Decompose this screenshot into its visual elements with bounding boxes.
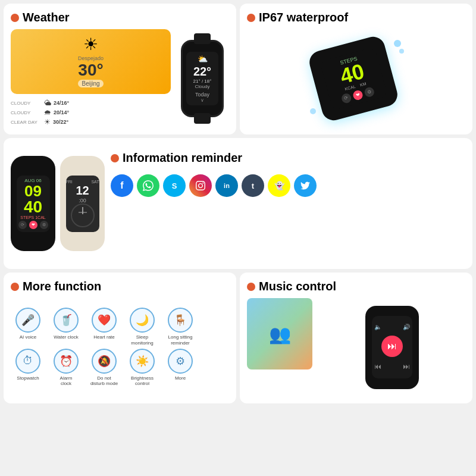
func-row-2: ⏱ Stopwatch ⏰ Alarmclock 🔕 Do notdisturb… [11, 349, 229, 387]
middle-content: AUG 06 09 40 STEPS 1CAL ⟳ ❤ ⚙ [11, 145, 465, 262]
func-alarm: ⏰ Alarmclock [49, 349, 83, 387]
tumblr-icon: t [242, 174, 264, 197]
info-side: Information reminder f S in t 👻 [111, 145, 465, 262]
cloud-icon-1: 🌥 [44, 99, 51, 107]
ip67-dot [247, 14, 255, 22]
more-function-section: More function 🎤 AI voice 🥤 Water clock ❤… [4, 273, 236, 403]
stopwatch-label: Stopwatch [17, 375, 39, 381]
weather-dot [11, 14, 19, 22]
chevron-down-icon: ∨ [201, 98, 204, 103]
watch-temp: 22° [193, 65, 211, 79]
func-icons-grid: 🎤 AI voice 🥤 Water clock ❤️ Heart rate 🌙… [11, 298, 229, 396]
previous-icon[interactable]: ⏮ [374, 362, 381, 371]
water-drop-2 [399, 49, 404, 54]
ai-voice-icon: 🎤 [15, 308, 40, 333]
watch-gold: FRISAT 12 :00 [60, 156, 105, 251]
clock-hand-min [79, 212, 87, 213]
heart-rate-label: Heart rate [93, 334, 115, 340]
more-label: More [175, 375, 186, 381]
more-func-title-text: More function [23, 280, 101, 293]
info-title: Information reminder [111, 151, 465, 165]
watch-screen-weather: ⛅ 22° 21° / 18° Cloudy Today ∨ [186, 52, 218, 105]
water-clock-label: Water clock [54, 334, 79, 340]
skype-icon: S [163, 174, 186, 197]
brightness-label: Brightnesscontrol [131, 375, 154, 387]
ip67-title-text: IP67 waterproof [259, 11, 348, 24]
func-do-not-disturb: 🔕 Do notdisturb mode [87, 349, 121, 387]
alarm-label: Alarmclock [60, 375, 73, 387]
weather-title: Weather [11, 11, 229, 24]
music-volume-icons: 🔈 🔊 [374, 324, 410, 330]
watch-body-weather: ⛅ 22° 21° / 18° Cloudy Today ∨ [181, 40, 224, 117]
watch-range: 21° / 18° [193, 79, 212, 84]
ip67-section: IP67 waterproof STEPS 40 KCAL KM ⟳ ❤ [240, 4, 472, 134]
cloudy-icon-watch: ⛅ [198, 54, 208, 64]
brightness-icon: ☀️ [130, 349, 155, 374]
do-not-disturb-label: Do notdisturb mode [90, 375, 118, 387]
forecast-row-3: CLEAR DAY ☀ 30/22° [11, 118, 171, 126]
weather-title-text: Weather [23, 11, 70, 24]
more-func-dot [11, 283, 19, 291]
func-brightness: ☀️ Brightnesscontrol [125, 349, 159, 387]
clock-hand-hour [82, 207, 83, 214]
ctrl-btn-3: ⚙ [40, 221, 48, 229]
steps-black: STEPS 1CAL [20, 215, 45, 220]
music-dot [247, 283, 255, 291]
music-watch-container: 🔈 🔊 ⏭ ⏮ ⏭ [318, 298, 465, 396]
heart-rate-icon: ❤️ [92, 308, 117, 333]
music-title: Music control [247, 280, 465, 293]
weather-temp: 30° [78, 61, 103, 80]
sun-icon: ☀ [83, 35, 98, 54]
music-nav-icons: ⏮ ⏭ [374, 362, 410, 371]
water-drop-1 [394, 40, 401, 47]
next-icon[interactable]: ⏭ [403, 362, 410, 371]
weather-content: ☀ Despejado 30° Beijing CLOUDY 🌥 24/16° … [11, 29, 229, 127]
watch-gold-header: FRISAT [66, 180, 99, 184]
controls-black: ⟳ ❤ ⚙ [18, 221, 48, 229]
rain-icon: 🌧 [44, 108, 51, 117]
instagram-icon [189, 174, 212, 197]
ip67-watch-body: STEPS 40 KCAL KM ⟳ ❤ ⚙ [306, 34, 400, 123]
volume-down-icon: 🔈 [374, 324, 381, 330]
time-big-black: 09 [24, 183, 42, 199]
music-section: Music control 👥 🔈 🔊 ⏭ ⏮ ⏭ [240, 273, 472, 403]
func-more: ⚙ More [163, 349, 198, 387]
more-func-title: More function [11, 280, 229, 293]
alarm-icon: ⏰ [54, 349, 79, 374]
main-grid: Weather ☀ Despejado 30° Beijing CLOUDY 🌥… [0, 0, 476, 476]
watch-gold-detail: :00 [79, 198, 86, 203]
ai-voice-label: AI voice [20, 334, 36, 340]
music-content: 👥 🔈 🔊 ⏭ ⏮ ⏭ [247, 298, 465, 396]
ctrl-btn-2: ❤ [29, 221, 37, 229]
sun-icon-small: ☀ [44, 118, 51, 126]
weather-section: Weather ☀ Despejado 30° Beijing CLOUDY 🌥… [4, 4, 236, 134]
watch-gold-time: 12 [76, 184, 89, 198]
weather-city: Beijing [78, 80, 103, 87]
sleep-icon: 🌙 [130, 308, 155, 333]
info-dot [111, 154, 119, 162]
snapchat-icon: 👻 [268, 174, 290, 197]
ctrl-btn-1: ⟳ [18, 221, 27, 229]
photo-overlay: 👥 [247, 298, 312, 369]
watch-analog [71, 203, 95, 227]
watch-screen-gold: FRISAT 12 :00 [66, 176, 99, 232]
long-sitting-icon: 🪑 [168, 308, 193, 333]
func-heart-rate: ❤️ Heart rate [87, 308, 121, 346]
ip67-watch: STEPS 40 KCAL KM ⟳ ❤ ⚙ [309, 37, 404, 120]
watch-condition: Cloudy [195, 84, 210, 89]
ip67-btn-3: ⚙ [363, 86, 375, 98]
music-title-text: Music control [259, 280, 336, 293]
ip67-watch-container: STEPS 40 KCAL KM ⟳ ❤ ⚙ [247, 29, 465, 127]
facebook-icon: f [111, 174, 133, 197]
do-not-disturb-icon: 🔕 [92, 349, 117, 374]
music-watch-body: 🔈 🔊 ⏭ ⏮ ⏭ [365, 306, 419, 389]
stopwatch-icon: ⏱ [15, 349, 40, 374]
middle-section: AUG 06 09 40 STEPS 1CAL ⟳ ❤ ⚙ [4, 138, 472, 269]
long-sitting-label: Long sittingreminder [168, 334, 193, 346]
play-pause-button[interactable]: ⏭ [381, 336, 403, 357]
ip67-btn-2: ❤ [352, 89, 364, 101]
func-ai-voice: 🎤 AI voice [11, 308, 45, 346]
forecast-row-1: CLOUDY 🌥 24/16° [11, 99, 171, 107]
func-long-sitting: 🪑 Long sittingreminder [163, 308, 198, 346]
watch-screen-black: AUG 06 09 40 STEPS 1CAL ⟳ ❤ ⚙ [17, 176, 50, 232]
